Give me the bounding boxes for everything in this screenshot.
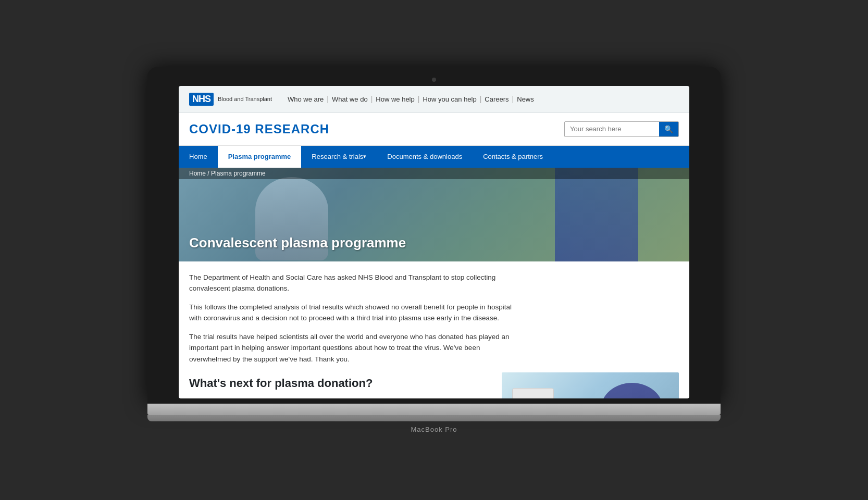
macbook-foot	[147, 415, 721, 421]
browser-screen[interactable]: NHS Blood and Transplant Who we are What…	[179, 86, 689, 398]
breadcrumb: Home / Plasma programme	[179, 168, 689, 179]
macbook-label: MacBook Pro	[411, 426, 457, 433]
nav-link-careers[interactable]: Careers	[477, 95, 509, 103]
site-title: COVID-19 RESEARCH	[189, 122, 329, 136]
search-button[interactable]: 🔍	[659, 122, 678, 136]
para4: The good news is that we have started co…	[189, 396, 489, 398]
how-you-can-help-link[interactable]: How you can help	[423, 95, 476, 103]
hero-section: Home / Plasma programme Convalescent pla…	[179, 168, 689, 261]
section-heading: What's next for plasma donation?	[189, 377, 489, 390]
nav-link-what-we-do[interactable]: What we do	[324, 95, 367, 103]
search-box[interactable]: 🔍	[564, 121, 679, 137]
news-link[interactable]: News	[517, 95, 534, 103]
nav-home[interactable]: Home	[179, 146, 218, 168]
nhs-logo: NHS	[189, 93, 214, 106]
para1: The Department of Health and Social Care…	[189, 272, 512, 294]
hero-person-right	[555, 168, 638, 261]
nav-link-how-you-can-help[interactable]: How you can help	[415, 95, 477, 103]
nav-research[interactable]: Research & trials	[301, 146, 377, 168]
nav-plasma[interactable]: Plasma programme	[218, 146, 302, 168]
nav-link-who-we-are[interactable]: Who we are	[288, 95, 324, 103]
macbook-frame: NHS Blood and Transplant Who we are What…	[147, 67, 721, 433]
top-nav-links: Who we are What we do How we help How yo…	[288, 95, 534, 103]
site-header: COVID-19 RESEARCH 🔍	[179, 113, 689, 146]
nav-link-how-we-help[interactable]: How we help	[368, 95, 415, 103]
para3: The trial results have helped scientists…	[189, 331, 512, 365]
blue-navigation: Home Plasma programme Research & trials …	[179, 146, 689, 168]
careers-link[interactable]: Careers	[485, 95, 509, 103]
how-we-help-link[interactable]: How we help	[376, 95, 414, 103]
hero-title: Convalescent plasma programme	[189, 235, 406, 251]
what-we-do-link[interactable]: What we do	[332, 95, 368, 103]
macbook-base	[147, 404, 721, 415]
equipment-image	[512, 388, 554, 398]
top-navigation: NHS Blood and Transplant Who we are What…	[179, 86, 689, 113]
nhs-logo-area: NHS Blood and Transplant	[189, 93, 272, 106]
right-column	[502, 372, 679, 398]
person-image	[601, 383, 663, 398]
search-input[interactable]	[565, 122, 659, 136]
side-image	[502, 372, 679, 398]
who-we-are-link[interactable]: Who we are	[288, 95, 324, 103]
main-content: The Department of Health and Social Care…	[179, 261, 689, 398]
nav-documents[interactable]: Documents & downloads	[377, 146, 473, 168]
breadcrumb-current: Plasma programme	[211, 170, 266, 177]
nav-link-news[interactable]: News	[509, 95, 534, 103]
org-name: Blood and Transplant	[218, 95, 272, 103]
camera	[432, 78, 436, 82]
website: NHS Blood and Transplant Who we are What…	[179, 86, 689, 398]
para2: This follows the completed analysis of t…	[189, 302, 512, 324]
nav-contacts[interactable]: Contacts & partners	[473, 146, 553, 168]
screen-frame: NHS Blood and Transplant Who we are What…	[147, 67, 721, 404]
two-column-section: What's next for plasma donation? The goo…	[189, 372, 679, 398]
left-column: What's next for plasma donation? The goo…	[189, 372, 489, 398]
breadcrumb-home-link[interactable]: Home	[189, 170, 206, 177]
